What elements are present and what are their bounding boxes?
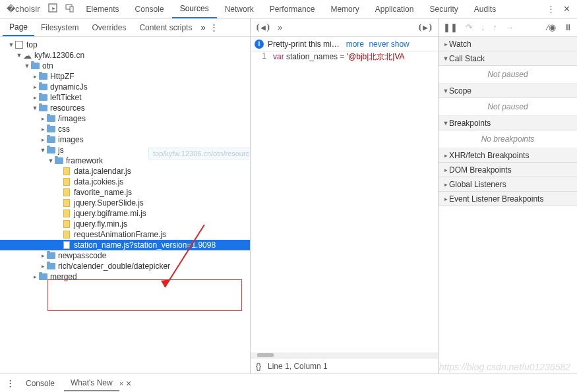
operator: = [340,52,344,61]
pause-icon[interactable]: ❚❚ [441,21,460,34]
scope-section[interactable]: ▼Scope [439,84,577,98]
tree-folder[interactable]: ▸merged [0,271,250,282]
callstack-section[interactable]: ▼Call Stack [439,51,577,66]
more-link[interactable]: more [346,40,364,49]
tab-audits[interactable]: Audits [466,1,504,18]
tab-elements[interactable]: Elements [78,1,127,18]
event-breakpoints-section[interactable]: ▸Event Listener Breakpoints [439,192,577,206]
chevron-right-icon[interactable]: » [198,21,207,34]
horizontal-scrollbar[interactable] [251,352,438,358]
tree-folder[interactable]: ▸rich/calender_double/datepicker [0,261,250,271]
kebab-icon[interactable]: ⋮ [4,377,16,389]
tree-top[interactable]: ▼top [0,40,250,50]
tree-folder[interactable]: ▼framework [0,155,250,166]
tree-file[interactable]: requestAnimationFrame.js [0,229,250,240]
inspect-icon[interactable]: �choisir [3,1,44,16]
step-out-icon[interactable]: ↑ [491,21,500,34]
tab-application[interactable]: Application [367,1,422,18]
tab-network[interactable]: Network [217,1,262,18]
tree-label: top [26,40,38,49]
navigator-panel: Page Filesystem Overrides Content script… [0,18,251,374]
tree-folder[interactable]: ▼js [0,145,250,155]
chevron-right-icon[interactable]: » [276,21,284,34]
tree-folder[interactable]: ▸/images [0,113,250,124]
inspect-element-icon[interactable] [44,1,61,17]
breakpoints-section[interactable]: ▼Breakpoints [439,116,577,130]
tree-folder[interactable]: ▸HttpZF [0,71,250,82]
navigator-tabs: Page Filesystem Overrides Content script… [0,18,250,37]
folder-icon [38,103,47,113]
watch-section[interactable]: ▸Watch [439,37,577,51]
tab-sources[interactable]: Sources [172,0,217,18]
tree-label: dynamicJs [50,82,88,92]
step-icon[interactable]: → [503,21,516,34]
tree-file[interactable]: data.jcalendar.js [0,166,250,177]
section-label: Scope [449,86,471,96]
tree-label: HttpZF [50,72,75,81]
tree-label: /images [58,114,86,123]
breakpoints-body: No breakpoints [439,130,577,148]
drawer-close-icon[interactable]: × [126,378,131,389]
code-line[interactable]: var station_names = '@bjb|北京北|VA [270,51,405,352]
deactivate-breakpoints-icon[interactable]: ⁄◉ [545,21,558,34]
tab-filesystem[interactable]: Filesystem [34,20,85,36]
close-icon[interactable]: ✕ [559,1,574,16]
tree-folder[interactable]: ▼resources [0,103,250,113]
code-editor[interactable]: 1 var station_names = '@bjb|北京北|VA [251,51,438,352]
string-literal: '@bjb|北京北|VA [347,52,405,61]
tree-file[interactable]: data.jcokies.js [0,177,250,187]
nav-forward-icon[interactable]: ⦗▶⦘ [415,21,435,34]
tree-file-selected[interactable]: station_name.js?station_version=1.9098 [0,240,250,250]
callstack-body: Not paused [439,66,577,84]
nav-back-icon[interactable]: ⦗◀⦘ [253,21,273,34]
kebab-icon[interactable]: ⋮ [208,21,220,34]
tree-folder[interactable]: ▸newpasscode [0,250,250,261]
info-icon: i [255,40,264,49]
folder-icon [38,93,47,102]
section-label: Event Listener Breakpoints [449,194,543,204]
tab-performance[interactable]: Performance [262,1,323,18]
tree-folder[interactable]: ▸css [0,124,250,134]
tab-overrides[interactable]: Overrides [85,20,133,36]
tree-label: framework [66,156,103,165]
section-label: XHR/fetch Breakpoints [449,151,529,160]
device-toggle-icon[interactable] [61,1,78,17]
tab-page[interactable]: Page [3,19,34,36]
xhr-breakpoints-section[interactable]: ▸XHR/fetch Breakpoints [439,148,577,163]
pause-exceptions-icon[interactable]: ⏸ [562,21,574,34]
tree-folder[interactable]: ▸leftTicket [0,92,250,103]
tab-content-scripts[interactable]: Content scripts [133,20,198,36]
close-icon[interactable]: × [119,379,123,387]
tree-folder[interactable]: ▸dynamicJs [0,82,250,92]
tree-label: station_name.js?station_version=1.9098 [74,240,216,250]
identifier: station_names [286,52,338,61]
tree-file[interactable]: jquery.SuperSlide.js [0,198,250,208]
file-icon [62,177,71,186]
dom-breakpoints-section[interactable]: ▸DOM Breakpoints [439,163,577,177]
file-tree[interactable]: ▼top ▼☁kyfw.12306.cn ▼otn ▸HttpZF ▸dynam… [0,37,250,374]
tab-console[interactable]: Console [127,1,172,18]
tree-file[interactable]: favorite_name.js [0,187,250,198]
tree-domain[interactable]: ▼☁kyfw.12306.cn [0,50,250,61]
tab-security[interactable]: Security [421,1,466,18]
step-over-icon[interactable]: ↷ [464,21,475,34]
tree-label: resources [50,103,85,113]
tree-label: jquery.fly.min.js [74,219,127,229]
tree-folder[interactable]: ▼otn [0,61,250,71]
tree-folder[interactable]: ▸images [0,134,250,145]
never-show-link[interactable]: never show [369,40,409,49]
tree-file[interactable]: jquery.bgiframe.mi.js [0,208,250,219]
tree-label: images [58,135,84,144]
tab-memory[interactable]: Memory [322,1,367,18]
file-icon [62,198,71,208]
cloud-icon: ☁ [22,51,32,60]
braces-icon[interactable]: {} [256,362,261,371]
step-into-icon[interactable]: ↓ [479,21,487,34]
folder-icon [54,156,63,165]
drawer-tab-console[interactable]: Console [19,376,61,391]
drawer-tab-whatsnew[interactable]: What's New [64,376,119,391]
tree-label: data.jcalendar.js [74,167,131,176]
kebab-icon[interactable]: ⋮ [543,1,559,16]
global-listeners-section[interactable]: ▸Global Listeners [439,177,577,192]
tree-file[interactable]: jquery.fly.min.js [0,219,250,229]
